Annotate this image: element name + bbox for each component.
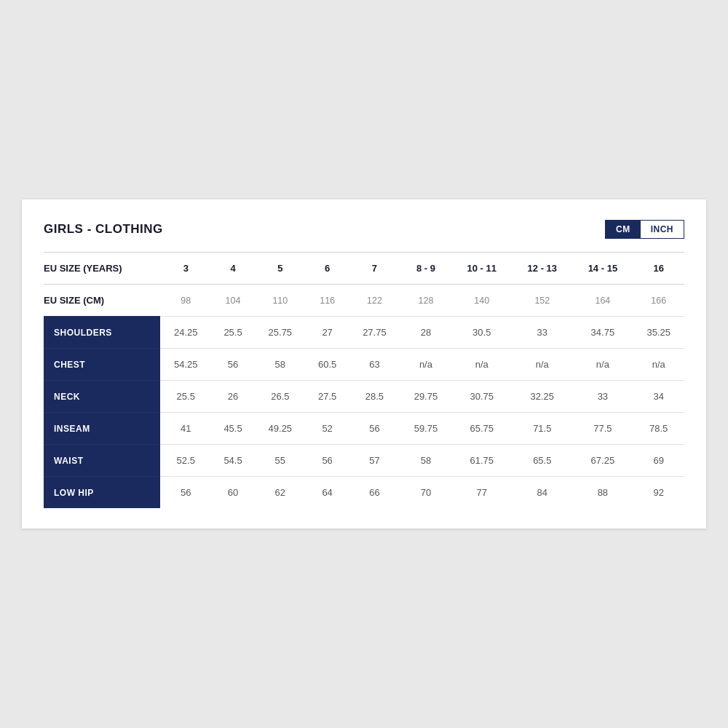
cell-value: 56 — [306, 445, 349, 477]
cell-value: 25.75 — [255, 317, 306, 349]
cell-value: n/a — [400, 349, 452, 381]
row-label: INSEAM — [44, 413, 160, 445]
col-header: 6 — [306, 253, 349, 285]
eu-size-cm-value: 128 — [400, 285, 452, 317]
cell-value: 24.25 — [160, 317, 212, 349]
col-header: 14 - 15 — [572, 253, 633, 285]
cell-value: 54.25 — [160, 349, 212, 381]
eu-size-cm-value: 140 — [451, 285, 512, 317]
eu-size-cm-value: 98 — [160, 285, 212, 317]
cell-value: 61.75 — [451, 445, 512, 477]
cell-value: 59.75 — [400, 413, 452, 445]
row-label: SHOULDERS — [44, 317, 160, 349]
cell-value: 77.5 — [572, 413, 633, 445]
cell-value: 30.5 — [451, 317, 512, 349]
cell-value: 66 — [349, 477, 400, 509]
cell-value: 49.25 — [255, 413, 306, 445]
cell-value: 32.25 — [512, 381, 572, 413]
col-header: 12 - 13 — [512, 253, 572, 285]
cell-value: 65.5 — [512, 445, 572, 477]
cell-value: 29.75 — [400, 381, 452, 413]
cell-value: 34.75 — [572, 317, 633, 349]
cell-value: 55 — [255, 445, 306, 477]
cell-value: 58 — [400, 445, 452, 477]
cell-value: 92 — [633, 477, 684, 509]
cell-value: n/a — [451, 349, 512, 381]
cell-value: 60 — [212, 477, 255, 509]
size-guide-card: GIRLS - CLOTHING CM INCH EU SIZE (YEARS)… — [22, 199, 706, 529]
cell-value: 70 — [400, 477, 452, 509]
cell-value: 26 — [212, 381, 255, 413]
table-row: NECK25.52626.527.528.529.7530.7532.25333… — [44, 381, 684, 413]
cell-value: 28.5 — [349, 381, 400, 413]
cell-value: 28 — [400, 317, 452, 349]
cell-value: 33 — [572, 381, 633, 413]
table-row: WAIST52.554.55556575861.7565.567.2569 — [44, 445, 684, 477]
unit-toggle: CM INCH — [605, 220, 684, 239]
row-label: LOW HIP — [44, 477, 160, 509]
inch-button[interactable]: INCH — [641, 221, 684, 238]
col-header: 10 - 11 — [451, 253, 512, 285]
cm-button[interactable]: CM — [606, 221, 641, 238]
cell-value: 63 — [349, 349, 400, 381]
table-row: SHOULDERS24.2525.525.752727.752830.53334… — [44, 317, 684, 349]
cell-value: 60.5 — [306, 349, 349, 381]
cell-value: 27.5 — [306, 381, 349, 413]
cell-value: 71.5 — [512, 413, 572, 445]
cell-value: 30.75 — [451, 381, 512, 413]
cell-value: 78.5 — [633, 413, 684, 445]
table-row: INSEAM4145.549.25525659.7565.7571.577.57… — [44, 413, 684, 445]
cell-value: 27 — [306, 317, 349, 349]
cell-value: 26.5 — [255, 381, 306, 413]
eu-size-cm-label: EU SIZE (CM) — [44, 285, 160, 317]
col-header: 5 — [255, 253, 306, 285]
eu-size-cm-value: 164 — [572, 285, 633, 317]
cell-value: 25.5 — [212, 317, 255, 349]
col-header: 7 — [349, 253, 400, 285]
card-header: GIRLS - CLOTHING CM INCH — [44, 220, 684, 239]
cell-value: 33 — [512, 317, 572, 349]
cell-value: 65.75 — [451, 413, 512, 445]
page-wrapper: GIRLS - CLOTHING CM INCH EU SIZE (YEARS)… — [0, 0, 728, 728]
cell-value: 62 — [255, 477, 306, 509]
cell-value: 64 — [306, 477, 349, 509]
cell-value: n/a — [633, 349, 684, 381]
eu-size-cm-value: 122 — [349, 285, 400, 317]
cell-value: 34 — [633, 381, 684, 413]
cell-value: 84 — [512, 477, 572, 509]
eu-size-cm-row: EU SIZE (CM)9810411011612212814015216416… — [44, 285, 684, 317]
cell-value: 67.25 — [572, 445, 633, 477]
eu-size-cm-value: 166 — [633, 285, 684, 317]
cell-value: n/a — [512, 349, 572, 381]
eu-size-cm-value: 116 — [306, 285, 349, 317]
cell-value: 56 — [349, 413, 400, 445]
table-row: LOW HIP56606264667077848892 — [44, 477, 684, 509]
eu-size-cm-value: 110 — [255, 285, 306, 317]
eu-size-cm-value: 104 — [212, 285, 255, 317]
cell-value: n/a — [572, 349, 633, 381]
row-label: WAIST — [44, 445, 160, 477]
cell-value: 54.5 — [212, 445, 255, 477]
row-label: CHEST — [44, 349, 160, 381]
cell-value: 88 — [572, 477, 633, 509]
cell-value: 56 — [212, 349, 255, 381]
cell-value: 57 — [349, 445, 400, 477]
table-row: CHEST54.25565860.563n/an/an/an/an/a — [44, 349, 684, 381]
col-header: 4 — [212, 253, 255, 285]
col-header: 3 — [160, 253, 212, 285]
cell-value: 41 — [160, 413, 212, 445]
size-table: EU SIZE (YEARS) 345678 - 910 - 1112 - 13… — [44, 252, 684, 508]
eu-years-header-row: EU SIZE (YEARS) 345678 - 910 - 1112 - 13… — [44, 253, 684, 285]
cell-value: 25.5 — [160, 381, 212, 413]
cell-value: 58 — [255, 349, 306, 381]
row-label: NECK — [44, 381, 160, 413]
cell-value: 35.25 — [633, 317, 684, 349]
col-header: 8 - 9 — [400, 253, 452, 285]
col-header: 16 — [633, 253, 684, 285]
eu-years-label: EU SIZE (YEARS) — [44, 253, 160, 285]
page-title: GIRLS - CLOTHING — [44, 222, 163, 237]
cell-value: 77 — [451, 477, 512, 509]
cell-value: 52 — [306, 413, 349, 445]
cell-value: 56 — [160, 477, 212, 509]
cell-value: 27.75 — [349, 317, 400, 349]
